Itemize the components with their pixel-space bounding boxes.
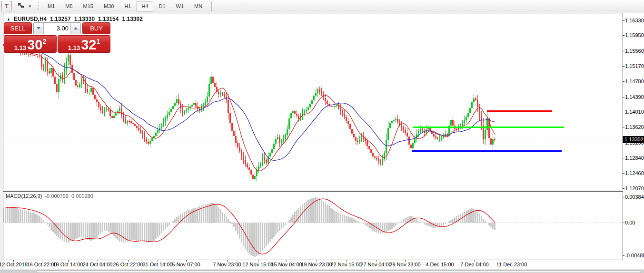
sell-button[interactable]: SELL (4, 22, 32, 34)
timeframe-d1-button[interactable]: D1 (154, 1, 170, 11)
time-axis-tick (287, 260, 287, 262)
high-value: 1.13330 (74, 16, 95, 22)
sell-price-handle: 1.13 (14, 45, 26, 51)
price-axis-label: 1.15170 (625, 63, 644, 69)
timeframe-h1-button[interactable]: H1 (119, 1, 136, 11)
price-axis-label: 1.12460 (625, 170, 644, 176)
chart-header: ▲ EURUSD,H4 1.13257 1.13330 1.13154 1.13… (7, 16, 143, 22)
text-tool-icon: T (5, 2, 9, 10)
time-axis-label: 7 Nov 23:00 (213, 262, 241, 267)
arrows-tool-button[interactable] (15, 1, 27, 11)
sell-price-pip: 2 (42, 38, 46, 45)
panel-toggle-icon[interactable]: ▲ (7, 17, 10, 21)
scrollbar-thumb[interactable] (37, 270, 641, 273)
buy-price-handle: 1.13 (68, 45, 80, 51)
timeframe-m5-button[interactable]: M5 (60, 1, 77, 11)
buy-button[interactable]: BUY (82, 22, 110, 34)
price-axis-tick (623, 81, 624, 82)
time-axis-tick (42, 260, 42, 262)
price-axis-tick (623, 35, 624, 36)
price-axis-label: 1.13620 (625, 124, 644, 130)
price-axis-tick (623, 112, 624, 112)
symbol-period-label: EURUSD,H4 (14, 16, 47, 22)
chevron-down-icon[interactable]: ▼ (27, 1, 33, 11)
price-axis-label: 1.12840 (625, 155, 644, 161)
macd-indicator-label: MACD(12,26,9) -0.000799 0.000280 (6, 193, 93, 199)
macd-chart-canvas[interactable] (3, 192, 622, 259)
volume-increase-button[interactable] (70, 23, 80, 34)
macd-signal-value: 0.000280 (71, 193, 93, 199)
volume-input[interactable] (44, 23, 70, 34)
buy-price-box[interactable]: 1.13 32 1 (58, 35, 110, 53)
time-axis-label: 12 Oct 2018 (0, 262, 28, 267)
time-axis-tick (158, 260, 158, 262)
time-axis-label: 16 Oct 22:00 (27, 262, 57, 267)
time-axis-tick (440, 260, 440, 262)
price-axis-label: 1.15950 (625, 32, 644, 38)
sell-button-label: SELL (10, 25, 26, 32)
time-axis-label: 29 Nov 23:00 (389, 262, 420, 267)
price-axis-tick (623, 173, 624, 174)
time-axis-tick (13, 260, 14, 262)
price-axis-tick (623, 127, 624, 127)
buy-price-big: 32 (81, 39, 96, 51)
macd-axis-label: -0.004856 (625, 253, 644, 258)
macd-name: MACD(12,26,9) (6, 193, 42, 199)
time-axis-tick (405, 260, 406, 262)
price-axis-label: 1.12070 (625, 185, 644, 191)
price-axis-label: 1.16330 (625, 18, 644, 23)
time-axis-label: 5 Nov 07:00 (172, 262, 200, 267)
current-price-badge: 1.13302 (623, 136, 644, 143)
time-axis-label: 15 Nov 04:00 (271, 262, 302, 267)
time-axis-tick (475, 260, 475, 262)
time-axis-label: 27 Nov 04:00 (360, 262, 391, 267)
time-axis-tick (346, 260, 347, 262)
price-axis-tick (623, 158, 624, 158)
price-axis-tick (623, 97, 624, 98)
timeframe-h4-button[interactable]: H4 (137, 1, 153, 11)
close-value: 1.13302 (122, 16, 142, 22)
low-value: 1.13154 (98, 16, 119, 22)
timeframe-m30-button[interactable]: M30 (99, 1, 119, 11)
timeframe-w1-button[interactable]: W1 (171, 1, 189, 11)
buy-button-label: BUY (90, 25, 103, 32)
sell-price-box[interactable]: 1.13 30 2 (4, 35, 57, 53)
toolbar-grip (37, 1, 40, 11)
macd-axis-label: 0.00 (625, 220, 635, 225)
time-axis-tick (68, 260, 69, 262)
text-tool-button[interactable]: T (1, 1, 12, 11)
time-axis-tick (376, 260, 376, 262)
time-axis-tick (317, 260, 317, 262)
toolbar-separator (211, 1, 212, 11)
horizontal-scrollbar[interactable] (0, 270, 644, 273)
macd-axis-tick (623, 255, 624, 256)
toolbar: T ▼ M1 M5 M15 M30 H1 H4 D1 W1 MN (0, 0, 644, 12)
time-axis-tick (98, 260, 98, 262)
triangle-up-icon (74, 27, 78, 29)
price-axis-label: 1.14780 (625, 78, 644, 84)
time-axis-tick (128, 260, 129, 262)
time-axis-label: 11 Dec 23:00 (496, 262, 527, 267)
arrows-icon (17, 2, 25, 11)
price-axis-tick (623, 20, 624, 21)
time-axis-tick (512, 260, 512, 262)
time-axis-tick (258, 260, 258, 262)
price-axis-tick (623, 51, 624, 51)
price-axis-tick (623, 66, 624, 67)
timeframe-mn-button[interactable]: MN (189, 1, 207, 11)
open-value: 1.13257 (50, 16, 70, 22)
timeframe-m15-button[interactable]: M15 (79, 1, 98, 11)
price-axis-label: 1.14390 (625, 94, 644, 100)
buy-price-pip: 1 (96, 38, 100, 45)
time-axis-tick (227, 260, 228, 262)
price-axis-tick (623, 188, 624, 189)
time-axis-label: 31 Oct 14:00 (143, 262, 173, 267)
volume-decrease-button[interactable] (34, 23, 44, 34)
volume-spinner (33, 22, 81, 34)
triangle-down-icon (37, 27, 40, 29)
macd-axis-tick (623, 223, 624, 223)
macd-axis-tick (623, 197, 624, 197)
macd-axis-label: 0.003847 (625, 194, 644, 200)
timeframe-m1-button[interactable]: M1 (43, 1, 59, 11)
time-axis-label: 19 Oct 14:00 (53, 262, 83, 267)
